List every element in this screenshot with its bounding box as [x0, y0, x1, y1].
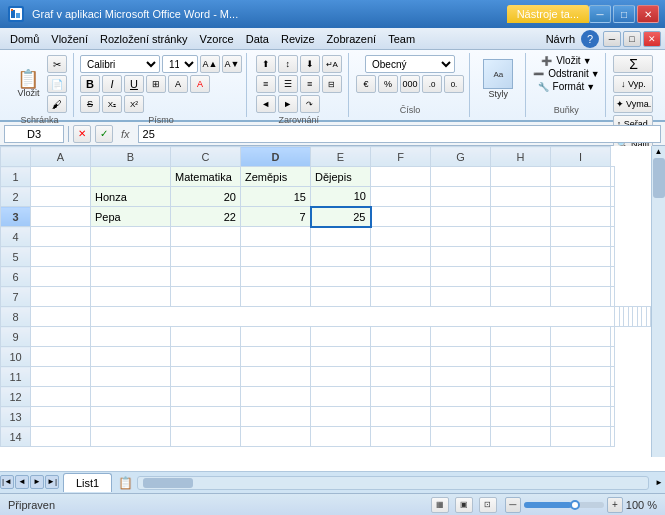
format-dropdown[interactable]: ▼ [586, 82, 595, 92]
cell-2-3[interactable]: 15 [241, 187, 311, 207]
fill-button[interactable]: ↓ Vyp. [613, 75, 653, 93]
cell-5-1[interactable] [91, 247, 171, 267]
cell-12-5[interactable] [371, 387, 431, 407]
cell-7-0[interactable] [31, 287, 91, 307]
currency-button[interactable]: € [356, 75, 376, 93]
row-header-11[interactable]: 11 [1, 367, 31, 387]
cell-1-1[interactable] [91, 167, 171, 187]
cell-1-2[interactable]: Matematika [171, 167, 241, 187]
row-header-10[interactable]: 10 [1, 347, 31, 367]
cell-1-3[interactable]: Zeměpis [241, 167, 311, 187]
cell-14-9[interactable] [611, 427, 615, 447]
cell-11-3[interactable] [241, 367, 311, 387]
col-header-h[interactable]: H [491, 147, 551, 167]
col-header-i[interactable]: I [551, 147, 611, 167]
font-size-select[interactable]: 11 [162, 55, 198, 73]
cell-9-9[interactable] [611, 327, 615, 347]
cell-14-7[interactable] [491, 427, 551, 447]
row-header-7[interactable]: 7 [1, 287, 31, 307]
cell-5-3[interactable] [241, 247, 311, 267]
cell-10-2[interactable] [171, 347, 241, 367]
confirm-formula-button[interactable]: ✓ [95, 125, 113, 143]
cell-11-8[interactable] [551, 367, 611, 387]
cell-7-6[interactable] [431, 287, 491, 307]
cell-11-9[interactable] [611, 367, 615, 387]
cell-2-1[interactable]: Honza [91, 187, 171, 207]
page-break-button[interactable]: ⊡ [479, 497, 497, 513]
format-btn-label[interactable]: Formát [553, 81, 585, 92]
cell-9-8[interactable] [551, 327, 611, 347]
row-header-5[interactable]: 5 [1, 247, 31, 267]
align-right-button[interactable]: ≡ [300, 75, 320, 93]
strikethrough-button[interactable]: S [80, 95, 100, 113]
cell-10-5[interactable] [371, 347, 431, 367]
cell-13-2[interactable] [171, 407, 241, 427]
cell-14-8[interactable] [551, 427, 611, 447]
menu-vlozeni[interactable]: Vložení [45, 31, 94, 47]
cell-2-6[interactable] [431, 187, 491, 207]
cell-4-5[interactable] [371, 227, 431, 247]
cell-13-5[interactable] [371, 407, 431, 427]
tab-next-button[interactable]: ► [30, 475, 44, 489]
cell-11-2[interactable] [171, 367, 241, 387]
cell-1-4[interactable]: Dějepis [311, 167, 371, 187]
menu-team[interactable]: Team [382, 31, 421, 47]
scroll-up-button[interactable]: ▲ [654, 146, 664, 157]
cell-7-3[interactable] [241, 287, 311, 307]
cell-2-2[interactable]: 20 [171, 187, 241, 207]
tab-prev-button[interactable]: ◄ [15, 475, 29, 489]
row-header-9[interactable]: 9 [1, 327, 31, 347]
cell-13-1[interactable] [91, 407, 171, 427]
styles-button[interactable]: Aa Styly [477, 55, 519, 103]
font-name-select[interactable]: Calibri [80, 55, 160, 73]
close-button[interactable]: ✕ [637, 5, 659, 23]
format-painter-button[interactable]: 🖌 [47, 95, 67, 113]
scroll-right-button[interactable]: ► [653, 478, 665, 487]
cell-12-3[interactable] [241, 387, 311, 407]
row-header-3[interactable]: 3 [1, 207, 31, 227]
cell-6-8[interactable] [551, 267, 611, 287]
vlozit-btn-label[interactable]: Vložit [556, 55, 580, 66]
cell-9-2[interactable] [171, 327, 241, 347]
cell-11-6[interactable] [431, 367, 491, 387]
cell-5-4[interactable] [311, 247, 371, 267]
menu-revize[interactable]: Revize [275, 31, 321, 47]
zoom-out-button[interactable]: ─ [505, 497, 521, 513]
cell-9-4[interactable] [311, 327, 371, 347]
cell-3-4[interactable]: 25 [311, 207, 371, 227]
subscript-button[interactable]: X₂ [102, 95, 122, 113]
cell-7-8[interactable] [551, 287, 611, 307]
bold-button[interactable]: B [80, 75, 100, 93]
cell-6-7[interactable] [491, 267, 551, 287]
cell-14-3[interactable] [241, 427, 311, 447]
zoom-in-button[interactable]: + [607, 497, 623, 513]
cell-8-1[interactable] [91, 307, 615, 327]
odstranit-dropdown[interactable]: ▼ [591, 69, 600, 79]
col-header-f[interactable]: F [371, 147, 431, 167]
scroll-thumb-v[interactable] [653, 158, 665, 198]
sheet-options-icon[interactable]: 📋 [118, 476, 133, 490]
cut-button[interactable]: ✂ [47, 55, 67, 73]
align-center-button[interactable]: ☰ [278, 75, 298, 93]
col-header-g[interactable]: G [431, 147, 491, 167]
cell-9-6[interactable] [431, 327, 491, 347]
cell-14-2[interactable] [171, 427, 241, 447]
cell-11-0[interactable] [31, 367, 91, 387]
cell-3-1[interactable]: Pepa [91, 207, 171, 227]
cell-7-4[interactable] [311, 287, 371, 307]
vlozit-dropdown[interactable]: ▼ [583, 56, 592, 66]
cell-4-7[interactable] [491, 227, 551, 247]
cell-5-2[interactable] [171, 247, 241, 267]
cell-12-4[interactable] [311, 387, 371, 407]
cell-7-2[interactable] [171, 287, 241, 307]
cell-7-9[interactable] [611, 287, 615, 307]
merge-button[interactable]: ⊟ [322, 75, 342, 93]
cell-13-0[interactable] [31, 407, 91, 427]
normal-view-button[interactable]: ▦ [431, 497, 449, 513]
cell-9-1[interactable] [91, 327, 171, 347]
cell-10-0[interactable] [31, 347, 91, 367]
vertical-scrollbar[interactable]: ▲ [651, 146, 665, 457]
cell-3-9[interactable] [611, 207, 615, 227]
tab-first-button[interactable]: |◄ [0, 475, 14, 489]
row-header-14[interactable]: 14 [1, 427, 31, 447]
